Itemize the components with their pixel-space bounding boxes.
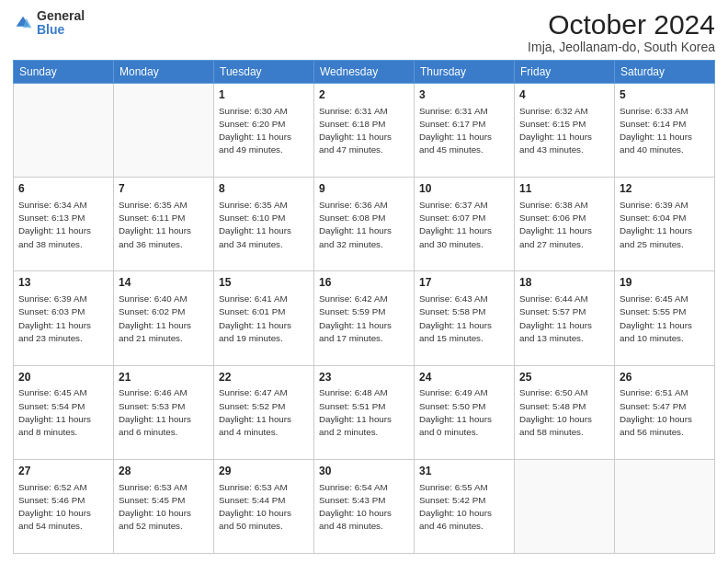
calendar-cell: 11Sunrise: 6:38 AM Sunset: 6:06 PM Dayli…	[515, 178, 615, 271]
day-number: 7	[119, 181, 209, 197]
calendar-cell: 4Sunrise: 6:32 AM Sunset: 6:15 PM Daylig…	[515, 84, 615, 178]
calendar-cell: 24Sunrise: 6:49 AM Sunset: 5:50 PM Dayli…	[415, 365, 515, 459]
day-number: 24	[419, 370, 509, 385]
calendar-cell: 17Sunrise: 6:43 AM Sunset: 5:58 PM Dayli…	[415, 271, 515, 365]
day-info: Sunrise: 6:46 AM Sunset: 5:53 PM Dayligh…	[119, 386, 209, 439]
day-info: Sunrise: 6:37 AM Sunset: 6:07 PM Dayligh…	[419, 199, 509, 251]
calendar-cell: 26Sunrise: 6:51 AM Sunset: 5:47 PM Dayli…	[615, 365, 715, 459]
day-info: Sunrise: 6:32 AM Sunset: 6:15 PM Dayligh…	[519, 105, 609, 157]
day-number: 1	[219, 87, 309, 103]
day-number: 20	[18, 370, 108, 385]
calendar-cell: 23Sunrise: 6:48 AM Sunset: 5:51 PM Dayli…	[314, 365, 415, 459]
day-number: 17	[419, 275, 509, 291]
calendar-cell	[114, 84, 214, 178]
logo: General Blue	[13, 9, 85, 38]
calendar-cell: 14Sunrise: 6:40 AM Sunset: 6:02 PM Dayli…	[114, 271, 214, 365]
calendar-week-5: 27Sunrise: 6:52 AM Sunset: 5:46 PM Dayli…	[14, 459, 715, 553]
day-info: Sunrise: 6:35 AM Sunset: 6:10 PM Dayligh…	[219, 199, 309, 251]
calendar-header-tuesday: Tuesday	[214, 61, 314, 84]
day-info: Sunrise: 6:43 AM Sunset: 5:58 PM Dayligh…	[419, 293, 509, 345]
day-number: 29	[219, 464, 309, 479]
calendar-cell: 25Sunrise: 6:50 AM Sunset: 5:48 PM Dayli…	[515, 365, 615, 459]
calendar-header-sunday: Sunday	[14, 61, 114, 84]
day-number: 16	[319, 275, 409, 291]
calendar-cell: 3Sunrise: 6:31 AM Sunset: 6:17 PM Daylig…	[415, 84, 515, 178]
day-info: Sunrise: 6:31 AM Sunset: 6:18 PM Dayligh…	[319, 105, 409, 157]
day-info: Sunrise: 6:33 AM Sunset: 6:14 PM Dayligh…	[620, 105, 710, 157]
calendar-cell: 13Sunrise: 6:39 AM Sunset: 6:03 PM Dayli…	[14, 271, 114, 365]
calendar-cell: 20Sunrise: 6:45 AM Sunset: 5:54 PM Dayli…	[14, 365, 114, 459]
header: General Blue October 2024 Imja, Jeollana…	[13, 9, 715, 54]
logo-icon	[13, 13, 33, 33]
calendar-cell: 22Sunrise: 6:47 AM Sunset: 5:52 PM Dayli…	[214, 365, 314, 459]
day-info: Sunrise: 6:51 AM Sunset: 5:47 PM Dayligh…	[620, 386, 710, 439]
day-number: 19	[620, 275, 710, 291]
day-info: Sunrise: 6:36 AM Sunset: 6:08 PM Dayligh…	[319, 199, 409, 251]
calendar-header-thursday: Thursday	[415, 61, 515, 84]
calendar-cell: 19Sunrise: 6:45 AM Sunset: 5:55 PM Dayli…	[615, 271, 715, 365]
day-info: Sunrise: 6:45 AM Sunset: 5:55 PM Dayligh…	[620, 293, 710, 345]
day-info: Sunrise: 6:38 AM Sunset: 6:06 PM Dayligh…	[519, 199, 609, 251]
day-info: Sunrise: 6:34 AM Sunset: 6:13 PM Dayligh…	[18, 199, 108, 251]
day-info: Sunrise: 6:47 AM Sunset: 5:52 PM Dayligh…	[219, 386, 309, 439]
calendar-cell	[515, 459, 615, 553]
calendar-cell	[615, 459, 715, 553]
calendar-cell: 30Sunrise: 6:54 AM Sunset: 5:43 PM Dayli…	[314, 459, 415, 553]
calendar-cell: 28Sunrise: 6:53 AM Sunset: 5:45 PM Dayli…	[114, 459, 214, 553]
calendar-cell: 12Sunrise: 6:39 AM Sunset: 6:04 PM Dayli…	[615, 178, 715, 271]
calendar-table: SundayMondayTuesdayWednesdayThursdayFrid…	[13, 60, 715, 554]
day-info: Sunrise: 6:55 AM Sunset: 5:42 PM Dayligh…	[419, 481, 509, 534]
day-info: Sunrise: 6:30 AM Sunset: 6:20 PM Dayligh…	[219, 105, 309, 157]
day-number: 25	[519, 370, 609, 385]
logo-general: General	[37, 9, 85, 23]
calendar-cell: 16Sunrise: 6:42 AM Sunset: 5:59 PM Dayli…	[314, 271, 415, 365]
day-info: Sunrise: 6:44 AM Sunset: 5:57 PM Dayligh…	[519, 293, 609, 345]
calendar-cell: 10Sunrise: 6:37 AM Sunset: 6:07 PM Dayli…	[415, 178, 515, 271]
day-info: Sunrise: 6:48 AM Sunset: 5:51 PM Dayligh…	[319, 386, 409, 439]
day-info: Sunrise: 6:39 AM Sunset: 6:03 PM Dayligh…	[18, 293, 108, 345]
calendar-cell: 15Sunrise: 6:41 AM Sunset: 6:01 PM Dayli…	[214, 271, 314, 365]
calendar-cell: 21Sunrise: 6:46 AM Sunset: 5:53 PM Dayli…	[114, 365, 214, 459]
calendar-header-wednesday: Wednesday	[314, 61, 415, 84]
logo-blue: Blue	[37, 23, 85, 37]
day-number: 26	[620, 370, 710, 385]
day-number: 21	[119, 370, 209, 385]
day-number: 3	[419, 87, 509, 103]
calendar-cell: 2Sunrise: 6:31 AM Sunset: 6:18 PM Daylig…	[314, 84, 415, 178]
calendar-header-saturday: Saturday	[615, 61, 715, 84]
calendar-cell: 8Sunrise: 6:35 AM Sunset: 6:10 PM Daylig…	[214, 178, 314, 271]
day-info: Sunrise: 6:31 AM Sunset: 6:17 PM Dayligh…	[419, 105, 509, 157]
day-info: Sunrise: 6:39 AM Sunset: 6:04 PM Dayligh…	[620, 199, 710, 251]
calendar-cell: 18Sunrise: 6:44 AM Sunset: 5:57 PM Dayli…	[515, 271, 615, 365]
day-number: 8	[219, 181, 309, 197]
day-info: Sunrise: 6:41 AM Sunset: 6:01 PM Dayligh…	[219, 293, 309, 345]
day-number: 31	[419, 464, 509, 479]
calendar-week-4: 20Sunrise: 6:45 AM Sunset: 5:54 PM Dayli…	[14, 365, 715, 459]
calendar-cell	[14, 84, 114, 178]
day-number: 10	[419, 181, 509, 197]
day-info: Sunrise: 6:40 AM Sunset: 6:02 PM Dayligh…	[119, 293, 209, 345]
day-number: 4	[519, 87, 609, 103]
day-info: Sunrise: 6:54 AM Sunset: 5:43 PM Dayligh…	[319, 481, 409, 534]
day-number: 30	[319, 464, 409, 479]
day-info: Sunrise: 6:53 AM Sunset: 5:45 PM Dayligh…	[119, 481, 209, 534]
calendar-week-2: 6Sunrise: 6:34 AM Sunset: 6:13 PM Daylig…	[14, 178, 715, 271]
day-number: 2	[319, 87, 409, 103]
day-info: Sunrise: 6:50 AM Sunset: 5:48 PM Dayligh…	[519, 386, 609, 439]
calendar-week-1: 1Sunrise: 6:30 AM Sunset: 6:20 PM Daylig…	[14, 84, 715, 178]
day-number: 6	[18, 181, 108, 197]
day-info: Sunrise: 6:49 AM Sunset: 5:50 PM Dayligh…	[419, 386, 509, 439]
page: General Blue October 2024 Imja, Jeollana…	[0, 0, 728, 563]
day-number: 28	[119, 464, 209, 479]
calendar-cell: 27Sunrise: 6:52 AM Sunset: 5:46 PM Dayli…	[14, 459, 114, 553]
calendar-cell: 6Sunrise: 6:34 AM Sunset: 6:13 PM Daylig…	[14, 178, 114, 271]
day-info: Sunrise: 6:45 AM Sunset: 5:54 PM Dayligh…	[18, 386, 108, 439]
calendar-cell: 9Sunrise: 6:36 AM Sunset: 6:08 PM Daylig…	[314, 178, 415, 271]
subtitle: Imja, Jeollanam-do, South Korea	[528, 40, 715, 54]
day-number: 15	[219, 275, 309, 291]
title-block: October 2024 Imja, Jeollanam-do, South K…	[528, 9, 715, 54]
day-info: Sunrise: 6:53 AM Sunset: 5:44 PM Dayligh…	[219, 481, 309, 534]
day-number: 27	[18, 464, 108, 479]
calendar-cell: 31Sunrise: 6:55 AM Sunset: 5:42 PM Dayli…	[415, 459, 515, 553]
day-info: Sunrise: 6:42 AM Sunset: 5:59 PM Dayligh…	[319, 293, 409, 345]
